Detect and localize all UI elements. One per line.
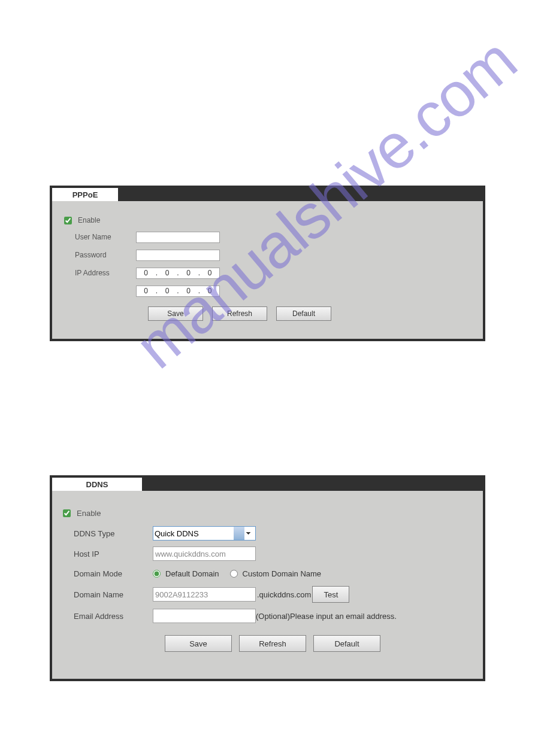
pppoe-panel-outer: PPPoE Enable User Name Password IP Addre… bbox=[50, 186, 485, 341]
ddns-header: DDNS bbox=[52, 478, 483, 491]
ddns-domainmode-radio-group: Default Domain Custom Domain Name bbox=[153, 569, 327, 578]
pppoe-password-input[interactable] bbox=[136, 250, 220, 261]
ddns-tab[interactable]: DDNS bbox=[52, 478, 142, 491]
ddns-domainname-label: Domain Name bbox=[63, 590, 153, 599]
pppoe-default-button[interactable]: Default bbox=[276, 306, 331, 321]
ddns-radio-default-label: Default Domain bbox=[165, 569, 219, 578]
ddns-enable-checkbox[interactable] bbox=[63, 509, 71, 517]
pppoe-panel: PPPoE Enable User Name Password IP Addre… bbox=[50, 186, 485, 341]
ddns-panel-outer: DDNS Enable DDNS Type Quick DDNS Host IP… bbox=[50, 475, 485, 681]
ddns-hostip-label: Host IP bbox=[63, 549, 153, 558]
ddns-radio-custom[interactable] bbox=[230, 570, 238, 578]
ip2-b: 0 bbox=[165, 287, 170, 295]
pppoe-ip2-input[interactable]: 0 . 0 . 0 . 0 bbox=[136, 286, 220, 297]
ddns-domainname-input[interactable] bbox=[153, 587, 256, 602]
pppoe-body: Enable User Name Password IP Address 0 .… bbox=[52, 201, 483, 339]
pppoe-username-row: User Name bbox=[64, 230, 471, 244]
ip-dot: . bbox=[177, 287, 179, 295]
ddns-type-label: DDNS Type bbox=[63, 529, 153, 538]
pppoe-ipaddress-label: IP Address bbox=[64, 269, 136, 277]
pppoe-ipaddress2-row: 0 . 0 . 0 . 0 bbox=[64, 284, 471, 297]
ip-dot: . bbox=[177, 269, 179, 277]
pppoe-tab[interactable]: PPPoE bbox=[52, 188, 118, 201]
ddns-hostip-row: Host IP bbox=[63, 546, 472, 561]
ip-dot: . bbox=[156, 269, 158, 277]
ip1-b: 0 bbox=[165, 269, 170, 277]
pppoe-password-row: Password bbox=[64, 248, 471, 262]
ddns-domain-suffix: .quickddns.com bbox=[257, 590, 311, 599]
ip-dot: . bbox=[156, 287, 158, 295]
pppoe-enable-checkbox[interactable] bbox=[64, 217, 72, 224]
ddns-domainmode-label: Domain Mode bbox=[63, 569, 153, 578]
ddns-type-select[interactable]: Quick DDNS bbox=[153, 526, 256, 541]
ddns-body: Enable DDNS Type Quick DDNS Host IP Doma… bbox=[52, 491, 483, 679]
ddns-button-row: Save Refresh Default bbox=[63, 635, 472, 652]
ddns-refresh-button[interactable]: Refresh bbox=[239, 635, 306, 652]
ddns-domainname-row: Domain Name .quickddns.com Test bbox=[63, 586, 472, 603]
ip-dot: . bbox=[198, 269, 200, 277]
ip2-d: 0 bbox=[208, 287, 212, 295]
pppoe-button-row: Save Refresh Default bbox=[64, 306, 471, 321]
pppoe-refresh-button[interactable]: Refresh bbox=[212, 306, 267, 321]
ddns-enable-row: Enable bbox=[63, 509, 472, 518]
pppoe-enable-label: Enable bbox=[78, 216, 100, 224]
pppoe-enable-row: Enable bbox=[64, 216, 471, 224]
ip1-a: 0 bbox=[144, 269, 148, 277]
ddns-hostip-input[interactable] bbox=[153, 546, 256, 561]
pppoe-ipaddress-row: IP Address 0 . 0 . 0 . 0 bbox=[64, 266, 471, 280]
ddns-email-label: Email Address bbox=[63, 612, 153, 621]
pppoe-username-label: User Name bbox=[64, 233, 136, 241]
ddns-email-hint: (Optional)Please input an email address. bbox=[256, 612, 397, 621]
ddns-default-button[interactable]: Default bbox=[313, 635, 380, 652]
ddns-email-row: Email Address (Optional)Please input an … bbox=[63, 609, 472, 623]
ddns-email-input[interactable] bbox=[153, 609, 256, 623]
pppoe-password-label: Password bbox=[64, 251, 136, 259]
ddns-radio-custom-label: Custom Domain Name bbox=[243, 569, 322, 578]
pppoe-ip1-input[interactable]: 0 . 0 . 0 . 0 bbox=[136, 268, 220, 279]
ip1-d: 0 bbox=[208, 269, 212, 277]
pppoe-header: PPPoE bbox=[52, 188, 483, 201]
ddns-domainmode-row: Domain Mode Default Domain Custom Domain… bbox=[63, 567, 472, 580]
pppoe-save-button[interactable]: Save bbox=[148, 306, 203, 321]
pppoe-username-input[interactable] bbox=[136, 232, 220, 243]
ddns-type-row: DDNS Type Quick DDNS bbox=[63, 526, 472, 541]
ddns-test-button[interactable]: Test bbox=[312, 586, 349, 603]
ddns-enable-label: Enable bbox=[77, 509, 101, 518]
ddns-radio-default[interactable] bbox=[153, 570, 161, 578]
ip2-a: 0 bbox=[144, 287, 148, 295]
ddns-save-button[interactable]: Save bbox=[165, 635, 232, 652]
ip-dot: . bbox=[198, 287, 200, 295]
ip1-c: 0 bbox=[186, 269, 191, 277]
ip2-c: 0 bbox=[186, 287, 191, 295]
ddns-panel: DDNS Enable DDNS Type Quick DDNS Host IP… bbox=[50, 475, 485, 681]
